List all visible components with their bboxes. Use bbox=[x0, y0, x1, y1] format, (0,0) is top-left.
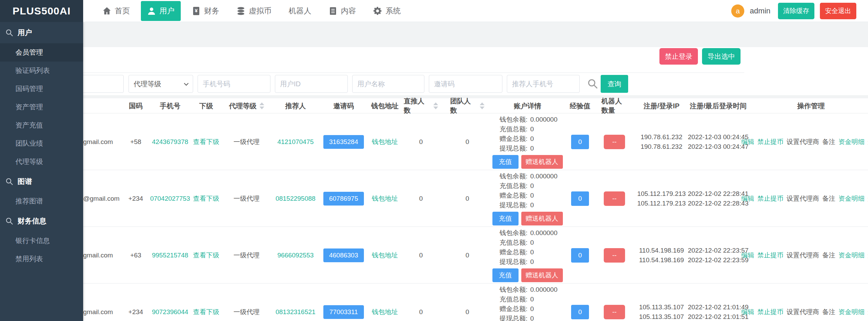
sidebar-item-asset-recharge[interactable]: 资产充值 bbox=[0, 116, 83, 134]
admin-username[interactable]: admin bbox=[750, 7, 770, 15]
sidebar-group-label: 图谱 bbox=[18, 177, 32, 186]
action-remark[interactable]: 备注 bbox=[822, 251, 835, 260]
view-subordinates-link[interactable]: 查看下级 bbox=[187, 170, 225, 227]
user-id-input[interactable] bbox=[275, 75, 348, 93]
robots-badge[interactable]: -- bbox=[604, 191, 625, 206]
action-set-agent[interactable]: 设置代理商 bbox=[787, 308, 819, 317]
logout-button[interactable]: 安全退出 bbox=[820, 3, 856, 19]
export-selected-button[interactable]: 导出选中 bbox=[702, 48, 741, 65]
gift-robot-button[interactable]: 赠送机器人 bbox=[521, 212, 563, 225]
sidebar-item-agent-level[interactable]: 代理等级 bbox=[0, 153, 83, 171]
action-set-agent[interactable]: 设置代理商 bbox=[787, 251, 819, 260]
sidebar-item-asset-management[interactable]: 资产管理 bbox=[0, 98, 83, 116]
account-line: 充值总额:0 bbox=[476, 238, 579, 247]
wallet-address-link[interactable]: 钱包地址 bbox=[366, 113, 404, 170]
invite-code-input[interactable] bbox=[429, 75, 502, 93]
account-value: 0.000000 bbox=[530, 228, 557, 238]
sidebar-item-captcha-list[interactable]: 验证码列表 bbox=[0, 62, 83, 80]
sidebar-item-team-performance[interactable]: 团队业绩 bbox=[0, 134, 83, 153]
invite-code-cell: 31635284 bbox=[320, 113, 368, 170]
referrer-cell[interactable]: 08132316521 bbox=[265, 284, 326, 321]
wallet-address-link[interactable]: 钱包地址 bbox=[366, 170, 404, 227]
sort-arrows-icon[interactable] bbox=[433, 102, 438, 109]
wallet-address-link[interactable]: 钱包地址 bbox=[366, 227, 404, 284]
sidebar-group-graph[interactable]: 图谱 bbox=[0, 171, 83, 192]
query-button[interactable]: 查询 bbox=[601, 75, 628, 93]
exp-badge[interactable]: 0 bbox=[571, 135, 589, 149]
nav-item-robot[interactable]: 机器人 bbox=[282, 1, 318, 21]
nav-item-content[interactable]: 内容 bbox=[322, 1, 362, 21]
referrer-cell[interactable]: 08152295088 bbox=[265, 170, 326, 227]
sidebar-group-finance-info[interactable]: 财务信息 bbox=[0, 210, 83, 232]
action-forbid-withdraw[interactable]: 禁止提币 bbox=[757, 308, 783, 317]
referrer-cell[interactable]: 4121070475 bbox=[265, 113, 326, 170]
nav-item-label: 首页 bbox=[115, 6, 130, 16]
action-forbid-withdraw[interactable]: 禁止提币 bbox=[757, 137, 783, 146]
forbid-login-button[interactable]: 禁止登录 bbox=[659, 48, 698, 65]
nav-item-crypto[interactable]: 虚拟币 bbox=[230, 1, 278, 21]
header-label: 直推人数 bbox=[404, 97, 431, 115]
action-fund-details[interactable]: 资金明细 bbox=[838, 251, 865, 260]
referrer-cell[interactable]: 9666092553 bbox=[265, 227, 326, 284]
table-header-direct_count[interactable]: 直推人数 bbox=[404, 98, 438, 113]
account-value: 0 bbox=[530, 295, 534, 304]
exp-badge[interactable]: 0 bbox=[571, 305, 589, 319]
action-fund-details[interactable]: 资金明细 bbox=[838, 194, 865, 203]
robots-badge[interactable]: -- bbox=[604, 305, 625, 319]
action-fund-details[interactable]: 资金明细 bbox=[838, 137, 865, 146]
view-subordinates-link[interactable]: 查看下级 bbox=[187, 113, 225, 170]
action-set-agent[interactable]: 设置代理商 bbox=[787, 137, 819, 146]
robots-badge[interactable]: -- bbox=[604, 135, 625, 149]
nav-item-finance[interactable]: ¥财务 bbox=[186, 1, 225, 21]
recharge-button[interactable]: 充值 bbox=[492, 212, 519, 225]
direct-count-cell: 0 bbox=[404, 227, 438, 284]
gift-robot-button[interactable]: 赠送机器人 bbox=[521, 155, 563, 169]
account-value: 0 bbox=[530, 124, 534, 134]
agent-level-select[interactable]: 代理等级 bbox=[129, 75, 193, 93]
sort-arrows-icon[interactable] bbox=[259, 102, 264, 109]
referrer-phone-input[interactable] bbox=[507, 75, 580, 93]
exp-badge[interactable]: 0 bbox=[571, 191, 589, 206]
header-label: 注册/最后登录时间 bbox=[690, 101, 747, 111]
phone-input[interactable] bbox=[198, 75, 270, 93]
gift-robot-button[interactable]: 赠送机器人 bbox=[521, 268, 563, 282]
account-label: 提现总额: bbox=[476, 200, 527, 210]
document-icon bbox=[329, 7, 337, 15]
action-remark[interactable]: 备注 bbox=[822, 137, 835, 146]
action-edit[interactable]: 编辑 bbox=[741, 194, 754, 203]
recharge-button[interactable]: 充值 bbox=[492, 268, 519, 282]
sidebar-item-disabled-list[interactable]: 禁用列表 bbox=[0, 250, 83, 268]
action-edit[interactable]: 编辑 bbox=[741, 251, 754, 260]
nav-item-users[interactable]: 用户 bbox=[141, 1, 181, 21]
account-label: 赠金总额: bbox=[476, 134, 527, 144]
nav-item-system[interactable]: 系统 bbox=[367, 1, 407, 21]
table-header-agent_level[interactable]: 代理等级 bbox=[222, 98, 271, 113]
action-remark[interactable]: 备注 bbox=[822, 194, 835, 203]
account-value: 0 bbox=[530, 134, 534, 144]
row-actions-cell: 编辑禁止提币设置代理商备注资金明细删除 bbox=[753, 284, 868, 321]
action-edit[interactable]: 编辑 bbox=[741, 137, 754, 146]
recharge-button[interactable]: 充值 bbox=[492, 155, 519, 169]
exp-badge[interactable]: 0 bbox=[571, 248, 589, 263]
clear-cache-button[interactable]: 清除缓存 bbox=[778, 3, 814, 19]
sidebar-group-users[interactable]: 用户 bbox=[0, 22, 83, 43]
action-set-agent[interactable]: 设置代理商 bbox=[787, 194, 819, 203]
nav-item-home[interactable]: 首页 bbox=[96, 1, 136, 21]
sidebar-item-country-code-management[interactable]: 国码管理 bbox=[0, 80, 83, 98]
account-label: 充值总额: bbox=[476, 238, 527, 247]
robots-badge[interactable]: -- bbox=[604, 248, 625, 263]
account-line: 提现总额:0 bbox=[476, 144, 579, 153]
wallet-address-link[interactable]: 钱包地址 bbox=[366, 284, 404, 321]
view-subordinates-link[interactable]: 查看下级 bbox=[187, 227, 225, 284]
sidebar-item-member-management[interactable]: 会员管理 bbox=[0, 43, 83, 62]
action-forbid-withdraw[interactable]: 禁止提币 bbox=[757, 251, 783, 260]
action-forbid-withdraw[interactable]: 禁止提币 bbox=[757, 194, 783, 203]
action-edit[interactable]: 编辑 bbox=[741, 308, 754, 317]
action-fund-details[interactable]: 资金明细 bbox=[838, 308, 865, 317]
sidebar-item-recommend-graph[interactable]: 推荐图谱 bbox=[0, 192, 83, 210]
action-remark[interactable]: 备注 bbox=[822, 308, 835, 317]
view-subordinates-link[interactable]: 查看下级 bbox=[187, 284, 225, 321]
user-name-input[interactable] bbox=[352, 75, 424, 93]
account-line: 充值总额:0 bbox=[476, 124, 579, 134]
sidebar-item-bank-card-info[interactable]: 银行卡信息 bbox=[0, 232, 83, 250]
